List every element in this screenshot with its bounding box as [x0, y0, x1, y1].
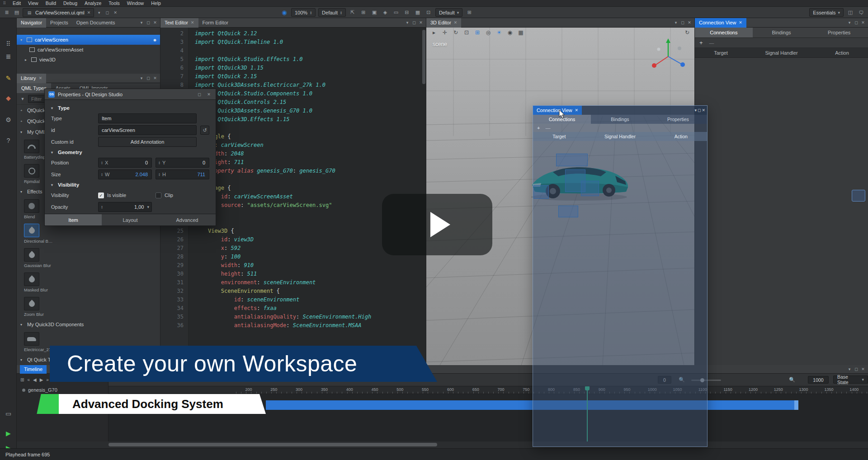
tab-connection-view[interactable]: Connection View ✕ — [695, 18, 746, 28]
tab-properties[interactable]: Properties — [649, 115, 707, 124]
theme-select[interactable]: Default ▾ — [435, 8, 462, 17]
tab-library[interactable]: Library ✕ — [17, 74, 46, 83]
close-panel-icon[interactable]: ✕ — [152, 75, 158, 82]
camera-toggle-icon[interactable]: ◉ — [506, 28, 514, 37]
tab-layout[interactable]: Layout — [102, 214, 159, 225]
apps-grid-icon[interactable]: ⠿ — [0, 37, 17, 51]
select-tool-icon[interactable]: ▸ — [430, 28, 438, 37]
panel-menu-icon[interactable]: ▾ — [846, 19, 853, 26]
tab-bindings[interactable]: Bindings — [591, 115, 649, 124]
tree-item-carviewscreenasset[interactable]: carViewScreenAsset — [17, 45, 160, 55]
tab-form-editor[interactable]: Form Editor — [198, 18, 232, 28]
views-icon[interactable]: ≣ — [0, 50, 17, 63]
reset-view-icon[interactable]: ↻ — [683, 28, 691, 37]
video-play-button[interactable] — [382, 194, 492, 255]
local-global-toggle-icon[interactable]: ◎ — [484, 28, 492, 37]
panel-menu-icon[interactable]: ▾ — [846, 366, 853, 373]
clip-checkbox[interactable] — [156, 192, 161, 198]
light-toggle-icon[interactable]: ☀ — [495, 28, 503, 37]
column-action[interactable]: Action — [816, 50, 868, 56]
zoom-select[interactable]: 100% ▲▼ — [291, 8, 316, 17]
record-icon[interactable]: ◉ — [280, 9, 288, 16]
library-item-gaussian-blur[interactable]: Gaussian Blur — [17, 246, 160, 270]
collapse-icon[interactable]: ▾ — [51, 106, 55, 110]
play-icon[interactable]: ▶ — [40, 377, 43, 382]
move-tool-icon[interactable]: ✛ — [441, 28, 449, 37]
position-x-stepper[interactable]: ▲▼ X 0 — [98, 158, 152, 168]
style-select[interactable]: Default ▲▼ — [318, 8, 346, 17]
app-menu-icon[interactable]: ⠿ — [0, 1, 9, 5]
menu-debug[interactable]: Debug — [60, 0, 81, 7]
close-tab-icon[interactable]: ✕ — [575, 108, 579, 113]
size-w-stepper[interactable]: ▲▼ W 2.048 — [98, 169, 152, 179]
eye-icon[interactable]: ◉ — [153, 38, 156, 42]
scale-tool-icon[interactable]: ⊡ — [462, 28, 471, 37]
menu-window[interactable]: Window — [123, 0, 147, 7]
timeline-section-handle[interactable] — [794, 400, 798, 410]
material-mode-icon[interactable]: ◆ — [0, 91, 17, 105]
add-annotation-button[interactable]: Add Annotation — [98, 137, 197, 147]
close-tab-icon[interactable]: ✕ — [454, 20, 458, 25]
close-panel-icon[interactable]: ✕ — [702, 108, 705, 113]
axis-gizmo[interactable] — [648, 37, 689, 75]
tab-bindings[interactable]: Bindings — [753, 28, 811, 38]
timeline-section-bar[interactable] — [266, 400, 794, 410]
export-icon[interactable]: ⇱ — [349, 9, 357, 16]
menu-build[interactable]: Build — [42, 0, 60, 7]
close-split-icon[interactable]: ✕ — [112, 9, 118, 16]
track-grid-icon[interactable]: ⊞ — [20, 377, 24, 382]
stepper-arrows-icon[interactable]: ▲▼ — [158, 161, 160, 164]
zoom-in-icon[interactable]: 🔍 — [788, 376, 796, 383]
tab-advanced[interactable]: Advanced — [159, 214, 216, 225]
remove-connection-icon[interactable]: — — [709, 40, 714, 46]
panel-menu-icon[interactable]: ▾ — [673, 19, 679, 26]
close-panel-icon[interactable]: ✕ — [686, 19, 693, 26]
help-icon[interactable]: ? — [0, 134, 17, 147]
close-document-icon[interactable]: ✕ — [87, 10, 91, 15]
menu-analyze[interactable]: Analyze — [81, 0, 105, 7]
stepper-arrows-icon[interactable]: ▲▼ — [101, 173, 103, 176]
collapse-icon[interactable]: ▾ — [51, 183, 55, 187]
state-select[interactable]: Base State ▾ — [833, 376, 868, 384]
section-visibility-header[interactable]: ▾ Visibility — [51, 180, 209, 189]
maximize-dialog-icon[interactable]: ◻ — [196, 91, 203, 98]
section-my-quick3d-components[interactable]: ▾My Quick3D Components — [17, 319, 160, 330]
float-panel-icon[interactable]: ◻ — [145, 19, 151, 26]
library-item-masked-blur[interactable]: Masked Blur — [17, 270, 160, 295]
panel-menu-icon[interactable]: ▾ — [138, 75, 145, 82]
timeline-ruler[interactable]: 2002503003504004505005506006507007508008… — [17, 386, 868, 394]
remove-connection-icon[interactable]: — — [545, 125, 550, 131]
split-view-icon[interactable]: ◫ — [846, 9, 854, 16]
toggle-left-sidebar-icon[interactable]: ≣ — [3, 9, 11, 16]
snap-grid-icon[interactable]: ⊞ — [359, 9, 368, 16]
end-frame-field[interactable]: 1000 — [808, 376, 829, 384]
stepper-arrows-icon[interactable]: ▲▼ — [101, 205, 103, 209]
preview-icon[interactable]: ⊞ — [465, 9, 473, 16]
close-panel-icon[interactable]: ✕ — [860, 19, 866, 26]
kit-select[interactable]: Essentials ▾ — [809, 8, 844, 17]
section-type-header[interactable]: ▾ Type — [51, 103, 209, 113]
close-tab-icon[interactable]: ✕ — [39, 76, 42, 80]
style-stepper-icon[interactable]: ▲▼ — [340, 11, 342, 14]
tree-item-carviewscreen[interactable]: ▾ carViewScreen ◉ — [17, 35, 160, 45]
menu-help[interactable]: Help — [147, 0, 165, 7]
expand-icon[interactable]: ▾ — [20, 38, 24, 42]
stepper-arrows-icon[interactable]: ▲▼ — [101, 161, 103, 164]
float-panel-icon[interactable]: ◻ — [853, 19, 859, 26]
position-y-stepper[interactable]: ▲▼ Y 0 — [156, 158, 209, 168]
snap-toggle-icon[interactable]: ⊞ — [473, 28, 481, 37]
properties-dialog[interactable]: DS Properties - Qt Design Studio ◻ ✕ ▾ T… — [44, 89, 216, 226]
timeline-track-row[interactable]: genesis_G70 — [17, 385, 108, 394]
to-start-icon[interactable]: « — [27, 377, 30, 382]
float-panel-icon[interactable]: ◻ — [698, 108, 701, 113]
document-tab[interactable]: ▤ CarViewScreen.ui.qml ✕ — [23, 8, 94, 17]
previous-frame-icon[interactable]: ◀ — [33, 377, 37, 382]
tab-open-documents[interactable]: Open Documents — [72, 18, 119, 28]
add-connection-icon[interactable]: + — [537, 125, 540, 131]
dialog-titlebar[interactable]: DS Properties - Qt Design Studio ◻ ✕ — [45, 89, 216, 100]
close-tab-icon[interactable]: ✕ — [191, 20, 194, 25]
toggle-right-sidebar-icon[interactable]: ▤ — [13, 9, 21, 16]
is-visible-checkbox[interactable]: ✓ — [98, 192, 104, 198]
live-preview-icon[interactable]: ▭ — [0, 407, 17, 420]
document-menu-icon[interactable]: ▾ — [96, 9, 102, 16]
